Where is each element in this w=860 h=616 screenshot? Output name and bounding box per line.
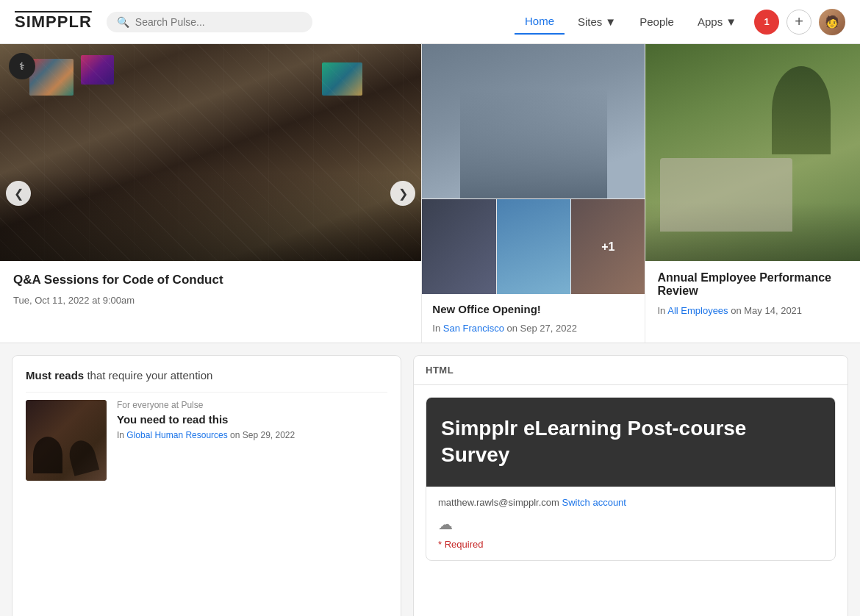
- avatar[interactable]: 🧑: [819, 9, 845, 35]
- survey-card[interactable]: Simpplr eLearning Post-course Survey mat…: [426, 397, 836, 561]
- search-icon: 🔍: [117, 16, 129, 28]
- left-column: Must reads that require your attention F…: [12, 355, 401, 616]
- panel-content: Simpplr eLearning Post-course Survey mat…: [414, 385, 848, 573]
- card-right-site[interactable]: All Employees: [667, 305, 731, 316]
- chevron-down-icon: ▼: [725, 15, 737, 28]
- survey-email: matthew.rawls@simpplr.com Switch account: [438, 497, 823, 508]
- cloud-icon: ☁: [438, 515, 823, 533]
- search-input[interactable]: [135, 16, 302, 28]
- survey-header: Simpplr eLearning Post-course Survey: [426, 398, 835, 487]
- card-large-title: Q&A Sessions for Code of Conduct: [13, 273, 408, 287]
- required-label: * Required: [438, 539, 823, 550]
- right-panel: HTML Simpplr eLearning Post-course Surve…: [413, 355, 848, 616]
- read-item-content: For everyone at Pulse You need to read t…: [117, 400, 387, 440]
- must-reads-panel: Must reads that require your attention F…: [12, 355, 401, 616]
- card-large-meta: Tue, Oct 11, 2022 at 9:00am: [13, 295, 408, 306]
- add-button[interactable]: +: [786, 10, 811, 35]
- read-item[interactable]: For everyone at Pulse You need to read t…: [26, 392, 387, 488]
- read-meta: In Global Human Resources on Sep 29, 202…: [117, 430, 387, 440]
- read-site-link[interactable]: Global Human Resources: [126, 430, 230, 440]
- must-reads-header: Must reads that require your attention: [26, 369, 387, 382]
- nav-sites[interactable]: Sites ▼: [567, 10, 626, 34]
- card-large-body: Q&A Sessions for Code of Conduct Tue, Oc…: [0, 261, 421, 318]
- brand-logo[interactable]: SIMPPLR: [15, 12, 92, 32]
- card-right-image: [645, 44, 860, 261]
- main-content: ⚕ ❮ ❯ Q&A Sessions for Code of Conduct T…: [0, 44, 860, 616]
- card-large-qa[interactable]: ⚕ ❮ ❯ Q&A Sessions for Code of Conduct T…: [0, 44, 421, 343]
- nav-people[interactable]: People: [629, 10, 684, 34]
- card-right-meta: In All Employees on May 14, 2021: [657, 305, 848, 316]
- nav-links: Home Sites ▼ People Apps ▼: [515, 9, 747, 35]
- featured-cards: ⚕ ❮ ❯ Q&A Sessions for Code of Conduct T…: [0, 44, 860, 343]
- chevron-down-icon: ▼: [605, 15, 616, 28]
- survey-body: matthew.rawls@simpplr.com Switch account…: [426, 487, 835, 560]
- carousel-prev-button[interactable]: ❮: [6, 181, 31, 206]
- panel-header: HTML: [414, 356, 848, 385]
- card-medium-image: [422, 44, 645, 198]
- card-right-title: Annual Employee Performance Review: [657, 271, 848, 298]
- read-audience: For everyone at Pulse: [117, 400, 387, 410]
- card-large-image: [0, 44, 421, 261]
- card-medium-meta: In San Francisco on Sep 27, 2022: [432, 323, 634, 334]
- card-medium-location[interactable]: San Francisco: [443, 323, 507, 334]
- switch-account-link[interactable]: Switch account: [562, 497, 626, 508]
- card-right-review[interactable]: Annual Employee Performance Review In Al…: [645, 44, 860, 343]
- card-right-body: Annual Employee Performance Review In Al…: [645, 261, 860, 326]
- read-item-image: [26, 400, 107, 481]
- search-bar[interactable]: 🔍: [107, 12, 312, 32]
- card-tag-icon: ⚕: [9, 53, 35, 79]
- nav-apps[interactable]: Apps ▼: [687, 10, 747, 34]
- card-more-overlay: +1: [570, 199, 645, 294]
- card-thumbs: +1: [422, 198, 645, 294]
- card-medium-inner[interactable]: +1 New Office Opening! In San Francisco …: [422, 44, 645, 343]
- card-medium-office[interactable]: +1 New Office Opening! In San Francisco …: [421, 44, 645, 343]
- card-medium-body: New Office Opening! In San Francisco on …: [422, 294, 645, 343]
- notification-button[interactable]: 1: [754, 10, 779, 35]
- navbar: SIMPPLR 🔍 Home Sites ▼ People Apps ▼ 1 +…: [0, 0, 860, 44]
- carousel-next-button[interactable]: ❯: [390, 181, 415, 206]
- nav-home[interactable]: Home: [515, 9, 565, 35]
- bottom-section: Must reads that require your attention F…: [0, 343, 860, 616]
- card-medium-title: New Office Opening!: [432, 303, 634, 315]
- nav-actions: 1 + 🧑: [754, 9, 845, 35]
- read-title: You need to read this: [117, 413, 387, 426]
